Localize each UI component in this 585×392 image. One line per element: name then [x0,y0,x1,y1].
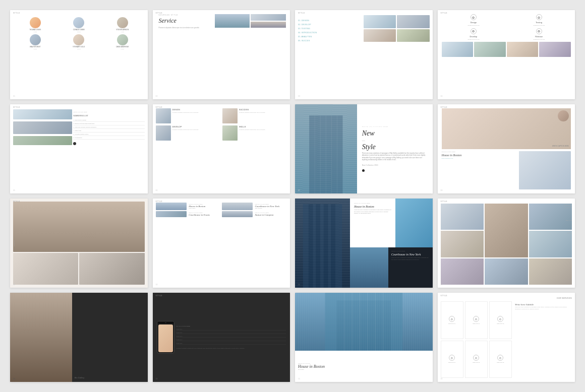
quad-text-2: SUCCESS Praesent vulputate ullamcorper n… [239,108,287,123]
slide-3-1: STYLE DEVELOP 09 [10,199,148,288]
service-layout: GOURGUE STYLE Service Praesent vulputate… [153,10,290,33]
boston-dark-bottom-text: WRITE CAPTION HERE Courthouse in New Yor… [388,247,433,288]
quad-skills: SKILLS Praesent vulputate ullamcorper ni… [222,125,287,141]
sections-layout: ⊙ Design SLIDE WITH STYLE ⊙ Testing SLID… [438,10,575,61]
slide-1-4: STYLE ⊙ Design SLIDE WITH STYLE ⊙ Testin… [438,10,575,99]
step-num-5: 05. ANALYTEN [298,35,312,38]
bld-sub-1: Victor Henry [189,208,220,209]
svc-5: ◇ SERVICE 05 [465,341,488,378]
ns-dash: — [362,139,428,142]
section-sub-testing: SLIDE WITH STYLE [533,25,545,27]
quad-img-3 [156,125,171,141]
quad-desc-4: Praesent vulputate ullamcorper nisi ut m… [239,129,287,131]
person-role-4: TITLE [33,48,37,50]
new-style-content: WRITE TO CAPTION HERE New — Style There … [357,104,433,193]
phone-device [157,321,174,354]
bld-img-1 [156,203,187,210]
model-photo [10,293,72,382]
person-1: THOMAS LEWIS TITLE [14,17,56,33]
slide-number: 11 [298,284,300,286]
section-release: ⊙ Release SLIDE WITH STYLE [507,28,571,41]
boston-collection: New Collection 2016 [442,158,517,159]
section-sub-design: SLIDE WITH STYLE [467,25,479,27]
person-5: STEWART GOLD TITLE [58,34,100,50]
svg-rect-12 [337,300,391,351]
step-num-3: 03. TESTING [298,27,310,30]
step-4: 04. INTRODUCTION [298,31,362,34]
service-subtitle: GOURGUE STYLE [159,14,213,16]
step-3: 03. TESTING [298,27,362,30]
service-body: Praesent vulputate ullamcorper nisi ut m… [159,27,213,29]
step-num-1: 01. DESIGN [298,19,309,22]
boston-dark-top: WRITE TO CAPTION HERE House in Boston Th… [350,199,433,247]
boston-dark-caption: WRITE TO CAPTION HERE [354,203,391,204]
svg-rect-9 [324,204,328,288]
list-img-3 [13,136,72,145]
building-svg [295,104,357,193]
service-text: GOURGUE STYLE Service Praesent vulputate… [157,14,213,29]
ns-dot [362,169,365,172]
slide-4-4: STYLE OUR SERVICES ◇ SERVICE 01 ◇ SERVIC… [438,293,575,382]
boston-dark-bottom: WRITE CAPTION HERE Courthouse in New Yor… [350,247,433,288]
service-img-2 [251,22,286,28]
quad-desc-3: Praesent vulputate ullamcorper nisi ut m… [172,129,220,131]
slide-label: STYLE [156,201,163,203]
list-item-6: 6. Convenience [73,137,144,140]
boston-dark-right: WRITE TO CAPTION HERE House in Boston Th… [350,199,433,288]
step-num-2: 02. DEVELOP [298,23,311,26]
list-content: WRITE CAPTION HERE NUMBERING LIST 1. Qui… [73,109,144,145]
svc-icon-6: ◇ [497,355,503,361]
service-img-1 [251,14,286,21]
boston-dark-text: WRITE TO CAPTION HERE House in Boston Th… [350,199,395,247]
list-dot [73,142,76,145]
list-caption: WRITE CAPTION HERE [73,111,144,113]
section-title-design: Design [471,21,477,24]
person-2: CORALIE GIBBS TITLE [58,17,100,33]
tag-origination: ORIGINATION [564,205,572,206]
quad-layout: DESIGN Praesent vulputate ullamcorper ni… [153,104,290,145]
model-img [13,202,145,252]
release-icon: ⊙ [536,28,542,34]
avatar-1 [30,17,41,28]
slide-number: 13 [13,378,15,380]
big-city-title: House in Boston [298,364,430,369]
steps-img-2 [397,15,429,28]
phone-list-4: Product line 4 [177,339,286,341]
quad-desc-2: Praesent vulputate ullamcorper nisi ut m… [239,112,287,114]
sec-img-3 [507,42,539,57]
team-grid: THOMAS LEWIS TITLE CORALIE GIBBS TITLE S… [10,10,148,54]
main-container: STYLE THOMAS LEWIS TITLE CORALIE GIBBS T… [0,0,585,392]
person-role-1: TITLE [33,31,37,33]
slide-label: STYLE [441,12,448,14]
buildings-grid: WRITE CAPTION HERE House in Boston Victo… [153,199,290,221]
photo-2 [485,204,528,257]
person-3: STEVEN AIRNOW TITLE [101,17,144,33]
boston-caption-sm: WRITE CAPTION HERE [442,151,517,153]
mouse-img [79,253,144,285]
our-services-header: OUR SERVICES [441,297,572,299]
svc-label-4: SERVICE 04 [448,362,455,363]
section-testing: ⊙ Testing SLIDE WITH STYLE [507,14,571,27]
steps-img-3 [364,29,396,42]
bld-sub-2: Tom Sullivan [255,208,286,209]
avatar-6 [117,34,128,45]
slide-label: STYLE [156,12,163,14]
section-title-develop: Develop [470,35,478,38]
slide-2-2: STYLE DESIGN Praesent vulputate ullamcor… [153,104,290,193]
ns-title-new: New [362,129,428,137]
step-num-6: 06. SUCCES [298,39,310,42]
svc-3: ◇ SERVICE 03 [489,301,512,339]
big-building-img [295,293,433,351]
slide-4-1: STYLE Bio Gallery 13 [10,293,148,382]
svc-label-3: SERVICE 03 [497,323,504,324]
slide-4-2: STYLE IPC TO CAPTION HERE Product line 1… [153,293,290,382]
phone-list-5: Product line 5 [177,342,286,345]
slide-2-4: STYLE WRITE CAPTION HERE WRITE CAPTION H… [438,104,575,193]
phone-notch [157,321,174,323]
slide-1-1: STYLE THOMAS LEWIS TITLE CORALIE GIBBS T… [10,10,148,99]
photo-8 [529,258,572,285]
photo-7 [485,258,528,285]
quad-text-1: DESIGN Praesent vulputate ullamcorper ni… [172,108,220,123]
slide-1-3: STYLE 01. DESIGN 02. DEVELOP 03. TESTING… [295,10,433,99]
new-style-image [295,104,357,193]
